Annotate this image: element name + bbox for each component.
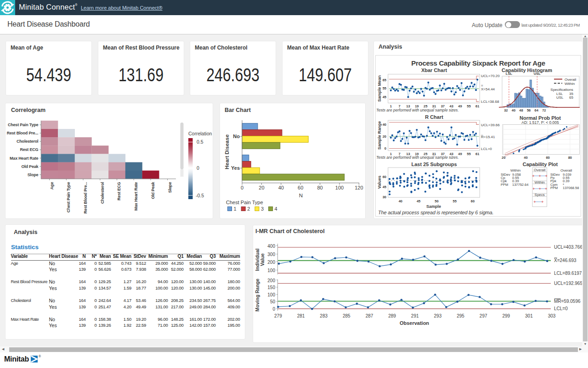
svg-text:0: 0: [272, 307, 275, 312]
svg-text:Chest Pain Type: Chest Pain Type: [226, 200, 263, 205]
svg-text:120: 120: [355, 185, 363, 190]
svg-text:48: 48: [519, 108, 523, 112]
svg-text:64: 64: [535, 108, 539, 112]
svg-text:Value: Value: [260, 253, 265, 266]
svg-text:60: 60: [471, 199, 475, 203]
svg-text:293: 293: [434, 313, 442, 318]
svg-text:Within: Within: [535, 180, 545, 184]
svg-text:287: 287: [366, 313, 373, 318]
svg-text:Age: Age: [50, 182, 54, 190]
svg-text:45: 45: [417, 199, 420, 203]
svg-text:X=54.44: X=54.44: [481, 87, 495, 91]
svg-text:100: 100: [267, 292, 275, 297]
svg-text:65: 65: [383, 78, 386, 82]
svg-text:50: 50: [435, 199, 438, 203]
svg-text:Process Capability Sixpack Rep: Process Capability Sixpack Report for Ag…: [411, 59, 545, 67]
svg-text:Xbar Chart: Xbar Chart: [421, 67, 447, 73]
svg-text:Cholesterol: Cholesterol: [17, 139, 38, 144]
svg-text:40: 40: [512, 108, 515, 112]
svg-text:Within: Within: [565, 82, 575, 86]
svg-text:40: 40: [278, 185, 284, 190]
svg-text:PPM: PPM: [550, 186, 558, 190]
svg-text:137752.64: 137752.64: [512, 183, 528, 187]
svg-text:55: 55: [467, 104, 470, 108]
svg-text:R=15.41: R=15.41: [481, 135, 495, 139]
svg-text:Capability Plot: Capability Plot: [523, 162, 558, 167]
svg-text:UCL=403.766: UCL=403.766: [554, 245, 582, 250]
svg-text:Moving Range: Moving Range: [254, 279, 260, 312]
svg-text:LCL=38.68: LCL=38.68: [481, 100, 499, 104]
svg-text:Values: Values: [377, 176, 382, 189]
svg-text:-0.5: -0.5: [196, 193, 204, 198]
svg-text:LCL=89.6197: LCL=89.6197: [554, 271, 582, 276]
svg-text:30: 30: [383, 195, 386, 199]
svg-text:61: 61: [475, 152, 479, 156]
svg-text:289: 289: [388, 313, 396, 318]
svg-text:USL: USL: [534, 72, 541, 76]
svg-text:40: 40: [524, 156, 527, 160]
svg-text:200: 200: [267, 260, 275, 265]
svg-text:Correlation: Correlation: [188, 131, 212, 136]
svg-text:55: 55: [467, 152, 470, 156]
svg-text:45: 45: [383, 185, 386, 189]
svg-text:55: 55: [383, 86, 386, 90]
svg-text:Old Peak: Old Peak: [151, 182, 155, 199]
svg-text:40: 40: [383, 123, 386, 127]
svg-text:Slope: Slope: [28, 173, 39, 177]
svg-text:Max Heart Rate: Max Heart Rate: [134, 182, 138, 211]
svg-text:291: 291: [411, 313, 419, 318]
svg-text:150: 150: [267, 285, 275, 290]
svg-text:LCL=0: LCL=0: [554, 306, 568, 311]
svg-text:Rest Blood Pre...: Rest Blood Pre...: [83, 182, 88, 214]
svg-text:303: 303: [548, 313, 556, 318]
svg-text:32: 32: [504, 108, 508, 112]
svg-text:Slope: Slope: [168, 182, 172, 193]
svg-text:60: 60: [383, 175, 386, 179]
svg-text:20: 20: [259, 185, 264, 190]
svg-text:Yes: Yes: [231, 165, 240, 171]
svg-text:UCL=70.20: UCL=70.20: [481, 74, 500, 78]
svg-text:60: 60: [546, 156, 549, 160]
svg-text:Specifications: Specifications: [550, 88, 573, 92]
svg-text:20: 20: [502, 156, 505, 160]
svg-text:LSL: LSL: [506, 72, 513, 76]
svg-text:Sample Range: Sample Range: [377, 121, 382, 150]
svg-text:MR=59.0596: MR=59.0596: [554, 299, 581, 304]
svg-text:Overall: Overall: [534, 168, 546, 172]
svg-text:N: N: [299, 193, 303, 198]
svg-text:20: 20: [383, 134, 386, 139]
svg-text:300: 300: [267, 252, 275, 257]
svg-text:295: 295: [457, 313, 464, 318]
svg-text:100: 100: [335, 185, 344, 190]
svg-text:0.5: 0.5: [197, 139, 204, 145]
svg-text:285: 285: [343, 313, 351, 318]
svg-text:Observation: Observation: [400, 320, 429, 326]
svg-text:299: 299: [502, 313, 510, 318]
svg-text:60: 60: [298, 185, 303, 190]
svg-text:400: 400: [267, 244, 275, 249]
svg-text:0: 0: [384, 146, 386, 151]
svg-text:45: 45: [383, 95, 386, 99]
svg-text:Sample: Sample: [426, 204, 441, 209]
svg-text:AD: 1.517, P: < 0.005: AD: 1.517, P: < 0.005: [521, 120, 559, 125]
svg-text:USL: USL: [556, 95, 564, 100]
svg-text:Last 25 Subgroups: Last 25 Subgroups: [411, 162, 457, 167]
svg-text:Tests are performed with unequ: Tests are performed with unequal sample …: [376, 155, 459, 160]
svg-text:UCL=39.66: UCL=39.66: [481, 123, 500, 127]
svg-text:Tests are performed with unequ: Tests are performed with unequal sample …: [376, 108, 459, 112]
svg-text:Rest Blood Pre...: Rest Blood Pre...: [7, 131, 39, 135]
svg-text:The actual process spread is r: The actual process spread is represented…: [378, 210, 493, 215]
svg-text:Rest ECG: Rest ECG: [117, 182, 122, 201]
svg-text:Overall: Overall: [565, 78, 577, 82]
svg-text:56: 56: [527, 108, 531, 112]
svg-text:1: 1: [234, 206, 237, 212]
svg-text:297: 297: [480, 313, 487, 318]
svg-text:R Chart: R Chart: [425, 114, 443, 120]
svg-text:Rest ECG: Rest ECG: [20, 147, 38, 152]
svg-text:301: 301: [525, 313, 533, 318]
svg-text:Specs: Specs: [535, 193, 545, 197]
svg-text:100: 100: [267, 268, 275, 273]
svg-text:4: 4: [275, 206, 277, 212]
svg-text:Max Heart Rate: Max Heart Rate: [10, 156, 38, 161]
svg-text:55: 55: [453, 199, 457, 203]
